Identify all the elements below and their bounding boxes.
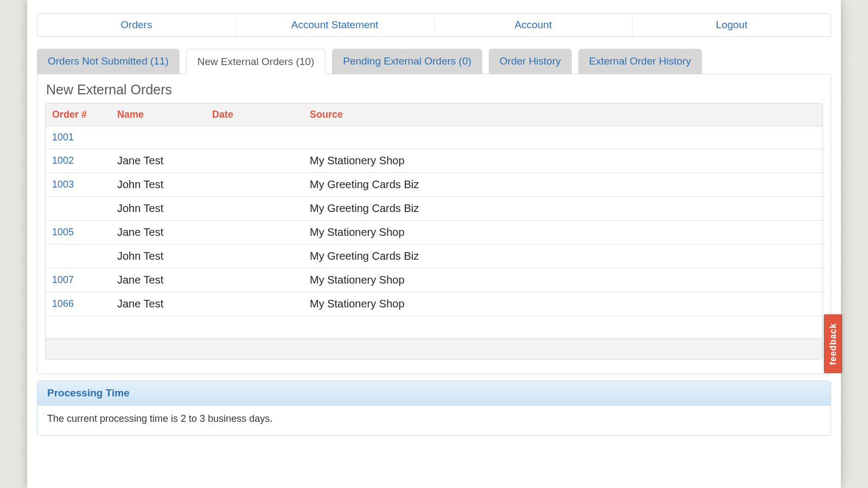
cell-source bbox=[303, 316, 822, 338]
table-row: 1001 bbox=[46, 126, 822, 149]
col-header-name[interactable]: Name bbox=[111, 104, 206, 126]
nav-logout[interactable]: Logout bbox=[632, 14, 831, 36]
table-header-row: Order # Name Date Source bbox=[46, 104, 822, 126]
table-row bbox=[46, 316, 822, 338]
order-link[interactable]: 1066 bbox=[46, 292, 111, 316]
cell-date bbox=[206, 292, 303, 316]
table-row: 1007Jane TestMy Stationery Shop bbox=[46, 268, 822, 292]
order-link[interactable]: 1007 bbox=[46, 268, 111, 292]
table-footer-row bbox=[46, 338, 822, 359]
cell-date bbox=[206, 197, 303, 221]
table-row: 1066Jane TestMy Stationery Shop bbox=[46, 292, 822, 316]
nav-account-statement[interactable]: Account Statement bbox=[235, 14, 434, 36]
order-link[interactable]: 1002 bbox=[46, 149, 111, 173]
cell-date bbox=[206, 221, 303, 245]
tab-external-order-history[interactable]: External Order History bbox=[578, 49, 702, 74]
orders-table: Order # Name Date Source 10011002Jane Te… bbox=[45, 103, 823, 359]
cell-source: My Greeting Cards Biz bbox=[303, 245, 822, 268]
cell-date bbox=[206, 316, 303, 338]
nav-account[interactable]: Account bbox=[434, 14, 633, 36]
page-inner: Orders Account Statement Account Logout … bbox=[27, 2, 841, 436]
cell-source: My Greeting Cards Biz bbox=[303, 197, 822, 221]
cell-name: John Test bbox=[111, 173, 206, 197]
table-row: 1003John TestMy Greeting Cards Biz bbox=[46, 173, 822, 197]
top-nav: Orders Account Statement Account Logout bbox=[37, 13, 831, 37]
cell-name: Jane Test bbox=[111, 221, 206, 245]
cell-name: John Test bbox=[111, 245, 206, 268]
cell-source: My Stationery Shop bbox=[303, 292, 822, 316]
order-link bbox=[46, 316, 111, 338]
tab-orders-not-submitted[interactable]: Orders Not Submitted (11) bbox=[37, 49, 180, 74]
panel-title: New External Orders bbox=[45, 82, 823, 98]
cell-name: Jane Test bbox=[111, 292, 206, 316]
cell-date bbox=[206, 149, 303, 173]
tab-order-history[interactable]: Order History bbox=[489, 49, 572, 74]
page-shell: Orders Account Statement Account Logout … bbox=[27, 0, 841, 488]
cell-name: John Test bbox=[111, 197, 206, 221]
cell-source: My Greeting Cards Biz bbox=[303, 173, 822, 197]
feedback-tab[interactable]: feedback bbox=[824, 314, 842, 373]
order-link bbox=[46, 197, 111, 221]
col-header-order[interactable]: Order # bbox=[46, 104, 111, 126]
cell-source: My Stationery Shop bbox=[303, 149, 822, 173]
processing-time-title: Processing Time bbox=[37, 381, 831, 406]
table-row: 1005Jane TestMy Stationery Shop bbox=[46, 221, 822, 245]
cell-date bbox=[206, 245, 303, 268]
cell-source: My Stationery Shop bbox=[303, 268, 822, 292]
order-link[interactable]: 1005 bbox=[46, 221, 111, 245]
cell-name bbox=[111, 316, 206, 338]
col-header-source[interactable]: Source bbox=[303, 104, 822, 126]
table-row: 1002Jane TestMy Stationery Shop bbox=[46, 149, 822, 173]
tab-pending-external-orders[interactable]: Pending External Orders (0) bbox=[332, 49, 482, 74]
cell-name bbox=[111, 126, 206, 149]
order-link[interactable]: 1001 bbox=[46, 126, 111, 149]
tab-panel-new-external-orders: New External Orders Order # Name Date So… bbox=[37, 74, 831, 374]
tab-new-external-orders[interactable]: New External Orders (10) bbox=[186, 49, 326, 74]
col-header-date[interactable]: Date bbox=[206, 104, 303, 126]
table-row: John TestMy Greeting Cards Biz bbox=[46, 197, 822, 221]
table-row: John TestMy Greeting Cards Biz bbox=[46, 245, 822, 268]
cell-source: My Stationery Shop bbox=[303, 221, 822, 245]
cell-date bbox=[206, 268, 303, 292]
cell-name: Jane Test bbox=[111, 149, 206, 173]
processing-time-callout: Processing Time The current processing t… bbox=[37, 381, 831, 436]
processing-time-body: The current processing time is 2 to 3 bu… bbox=[37, 406, 831, 435]
order-link[interactable]: 1003 bbox=[46, 173, 111, 197]
cell-name: Jane Test bbox=[111, 268, 206, 292]
cell-source bbox=[303, 126, 822, 149]
tab-bar: Orders Not Submitted (11) New External O… bbox=[37, 49, 831, 74]
order-link bbox=[46, 245, 111, 268]
cell-date bbox=[206, 126, 303, 149]
cell-date bbox=[206, 173, 303, 197]
nav-orders[interactable]: Orders bbox=[37, 14, 235, 36]
